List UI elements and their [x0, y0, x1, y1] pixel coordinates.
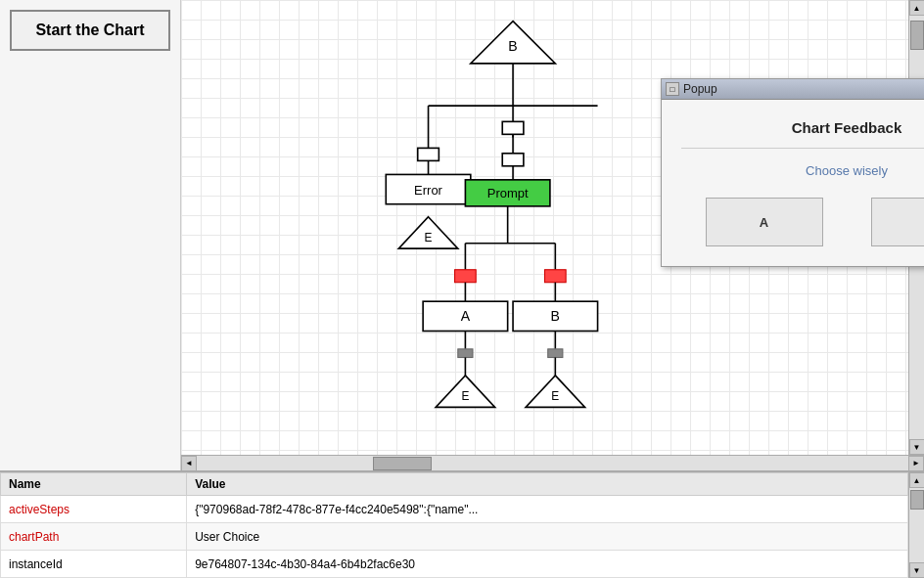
svg-rect-21 [455, 270, 477, 283]
svg-text:E: E [425, 231, 433, 245]
table-cell-value: User Choice [187, 523, 908, 551]
popup-heading: Chart Feedback [681, 119, 924, 149]
table-cell-value: {"970968ad-78f2-478c-877e-f4cc240e5498":… [187, 496, 908, 523]
canvas-horizontal-scrollbar[interactable]: ◄ ► [181, 455, 924, 470]
canvas-container: B Error [181, 0, 924, 455]
popup-subtext: Choose wisely [681, 163, 924, 178]
popup-title: Popup [683, 82, 717, 96]
left-panel: Start the Chart [0, 0, 181, 470]
table-row: activeSteps{"970968ad-78f2-478c-877e-f4c… [1, 496, 908, 523]
popup-buttons: A B [681, 198, 924, 246]
table-row: chartPathUser Choice [1, 523, 908, 551]
table-scroll-up[interactable]: ▲ [909, 472, 925, 488]
table-cell-name: activeSteps [1, 496, 187, 523]
svg-text:B: B [551, 308, 560, 324]
table-scroll-thumb[interactable] [910, 490, 924, 510]
scroll-thumb-vertical[interactable] [910, 21, 924, 50]
popup-titlebar: □ Popup ❐ ✕ [662, 79, 924, 100]
svg-text:E: E [461, 389, 469, 403]
col-name-header: Name [1, 473, 187, 496]
table-cell-name: chartPath [1, 523, 187, 551]
svg-rect-10 [418, 148, 439, 160]
start-chart-button[interactable]: Start the Chart [10, 10, 170, 51]
table-cell-value: 9e764807-134c-4b30-84a4-6b4b2fac6e30 [187, 551, 908, 578]
table-row: instanceId9e764807-134c-4b30-84a4-6b4b2f… [1, 551, 908, 578]
popup-window: □ Popup ❐ ✕ Chart Feedback Choose wisely… [661, 78, 924, 267]
popup-body: Chart Feedback Choose wisely A B [662, 100, 924, 266]
scroll-thumb-horizontal[interactable] [373, 457, 432, 470]
choice-b-button[interactable]: B [871, 198, 925, 246]
main-content: Start the Chart B [0, 0, 924, 470]
svg-text:E: E [551, 389, 559, 403]
choice-a-button[interactable]: A [706, 198, 823, 246]
popup-minimize-button[interactable]: □ [666, 82, 679, 96]
table-scroll-down[interactable]: ▼ [909, 562, 925, 578]
svg-rect-6 [502, 121, 524, 134]
scroll-up-arrow[interactable]: ▲ [909, 0, 925, 16]
svg-rect-8 [502, 154, 524, 166]
svg-text:Prompt: Prompt [487, 186, 529, 200]
svg-rect-24 [545, 270, 567, 283]
table-cell-name: instanceId [1, 551, 187, 578]
svg-text:B: B [508, 38, 517, 54]
scroll-track-horizontal[interactable] [197, 456, 908, 471]
svg-text:A: A [461, 308, 471, 324]
scroll-down-arrow[interactable]: ▼ [909, 439, 925, 455]
svg-text:Error: Error [414, 183, 443, 198]
col-value-header: Value [187, 473, 908, 496]
popup-titlebar-left: □ Popup [666, 82, 717, 96]
scroll-right-arrow[interactable]: ► [908, 456, 924, 471]
bottom-table-area: Name Value activeSteps{"970968ad-78f2-47… [0, 470, 924, 578]
svg-rect-36 [548, 349, 563, 358]
svg-rect-31 [458, 349, 473, 358]
table-scroll-track[interactable] [909, 488, 925, 562]
data-table: Name Value activeSteps{"970968ad-78f2-47… [0, 472, 908, 578]
scroll-left-arrow[interactable]: ◄ [181, 456, 197, 471]
table-vertical-scrollbar[interactable]: ▲ ▼ [908, 472, 924, 578]
